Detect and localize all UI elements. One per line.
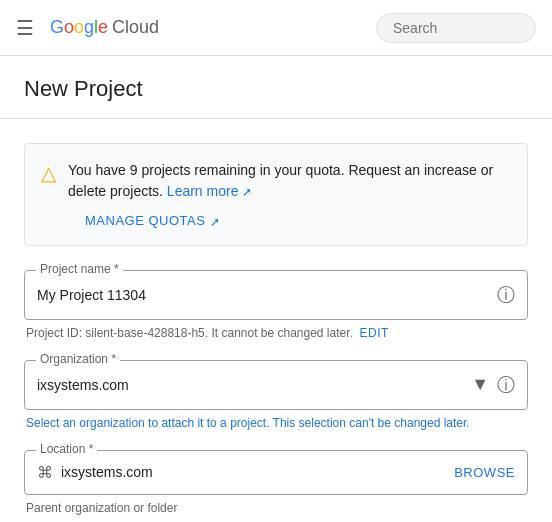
warning-icon: △ [41, 161, 56, 185]
organization-value: ixsystems.com [37, 377, 463, 393]
edit-project-id-link[interactable]: EDIT [360, 326, 389, 340]
project-id-hint: Project ID: silent-base-428818-h5. It ca… [24, 326, 528, 340]
info-box-top: △ You have 9 projects remaining in your … [41, 160, 511, 202]
menu-icon[interactable]: ☰ [16, 16, 34, 40]
organization-label: Organization [36, 352, 120, 366]
organization-hint: Select an organization to attach it to a… [24, 416, 528, 430]
learn-more-link[interactable]: Learn more ➚ [167, 183, 252, 199]
location-hint: Parent organization or folder [24, 501, 528, 515]
location-grid-icon: ⌘ [37, 463, 53, 482]
location-label: Location [36, 442, 97, 456]
project-name-input-wrapper: ⓘ [24, 270, 528, 320]
search-input[interactable] [376, 13, 536, 43]
google-cloud-logo: Google Cloud [50, 17, 159, 38]
organization-select[interactable]: ixsystems.com ▼ ⓘ [24, 360, 528, 410]
project-name-input[interactable] [37, 287, 489, 303]
header: ☰ Google Cloud [0, 0, 552, 56]
organization-help-icon[interactable]: ⓘ [497, 373, 515, 397]
manage-quotas-link[interactable]: MANAGE QUOTAS ➚ [85, 213, 220, 228]
browse-link[interactable]: BROWSE [454, 465, 515, 480]
location-input-wrapper: ⌘ BROWSE [24, 450, 528, 495]
organization-field: Organization ixsystems.com ▼ ⓘ Select an… [24, 360, 528, 430]
project-name-field: Project name ⓘ Project ID: silent-base-4… [24, 270, 528, 340]
location-field: Location ⌘ BROWSE Parent organization or… [24, 450, 528, 515]
info-message: You have 9 projects remaining in your qu… [68, 160, 511, 202]
dropdown-arrow-icon: ▼ [471, 374, 489, 395]
project-name-help-icon[interactable]: ⓘ [497, 283, 515, 307]
project-name-label: Project name [36, 262, 123, 276]
page-title-bar: New Project [0, 56, 552, 119]
info-box: △ You have 9 projects remaining in your … [24, 143, 528, 246]
main-content: △ You have 9 projects remaining in your … [0, 119, 552, 522]
page-title: New Project [24, 76, 528, 102]
location-input[interactable] [61, 464, 446, 480]
